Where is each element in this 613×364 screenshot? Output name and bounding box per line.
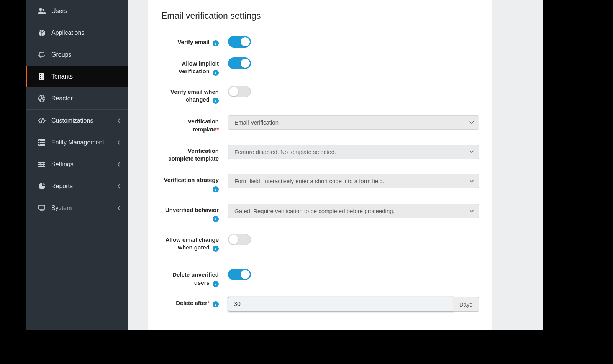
- select-verification-strategy[interactable]: Form field. Interactively enter a short …: [228, 174, 479, 188]
- cube-icon: [38, 30, 46, 36]
- building-icon: [38, 73, 46, 80]
- svg-point-0: [39, 8, 42, 11]
- svg-rect-9: [43, 78, 43, 79]
- info-icon[interactable]: i: [213, 246, 219, 252]
- sidebar-item-system[interactable]: System: [26, 197, 128, 219]
- users-icon: [38, 8, 46, 14]
- sidebar-item-label: Users: [51, 8, 67, 15]
- server-icon: [38, 139, 46, 146]
- svg-point-20: [40, 166, 42, 167]
- info-icon[interactable]: i: [213, 301, 219, 307]
- label-delete-after: Delete after* i: [161, 297, 219, 307]
- chevron-left-icon: [117, 162, 120, 167]
- svg-rect-3: [39, 73, 44, 80]
- sidebar-item-customizations[interactable]: Customizations: [26, 110, 128, 131]
- label-verification-template: Verification template*: [161, 115, 219, 133]
- label-allow-email-change-gated: Allow email change when gated i: [161, 234, 219, 252]
- svg-rect-7: [43, 76, 43, 77]
- app-frame: Users Applications Groups Tenants Reacto…: [26, 0, 543, 330]
- svg-rect-8: [40, 78, 41, 79]
- toggle-allow-email-change-gated[interactable]: [228, 234, 251, 245]
- select-verification-complete-template[interactable]: Feature disabled. No template selected.: [228, 145, 479, 159]
- row-verification-template: Verification template* Email Verificatio…: [161, 115, 479, 133]
- info-icon[interactable]: i: [213, 281, 219, 287]
- code-icon: [38, 118, 46, 123]
- label-verify-when-changed: Verify email when changed i: [161, 86, 219, 104]
- toggle-delete-unverified-users[interactable]: [228, 269, 251, 280]
- svg-rect-2: [39, 53, 44, 57]
- sidebar-item-label: System: [51, 205, 72, 212]
- info-icon[interactable]: i: [213, 70, 219, 76]
- pie-chart-icon: [38, 183, 46, 189]
- group-icon: [38, 52, 46, 58]
- select-value: Gated. Require verification to be comple…: [234, 208, 395, 214]
- chevron-down-icon: [469, 180, 474, 183]
- sidebar-item-label: Tenants: [51, 73, 73, 80]
- row-allow-implicit: Allow implicit verification i: [161, 57, 479, 76]
- info-icon[interactable]: i: [213, 216, 219, 222]
- section-title: Email verification settings: [161, 11, 479, 25]
- label-delete-unverified-users: Delete unverified users i: [161, 269, 219, 287]
- chevron-down-icon: [469, 121, 474, 124]
- toggle-verify-when-changed[interactable]: [228, 86, 251, 97]
- svg-point-18: [39, 162, 41, 163]
- info-icon[interactable]: i: [213, 98, 219, 104]
- svg-point-19: [43, 164, 44, 165]
- sidebar-item-label: Entity Management: [51, 139, 104, 146]
- chevron-down-icon: [469, 150, 474, 153]
- svg-point-16: [39, 142, 40, 143]
- input-delete-after: Days: [228, 297, 479, 312]
- label-allow-implicit: Allow implicit verification i: [161, 57, 219, 76]
- select-verification-template[interactable]: Email Verification: [228, 115, 479, 130]
- row-delete-unverified-users: Delete unverified users i: [161, 269, 479, 287]
- row-delete-after: Delete after* i Days: [161, 297, 479, 312]
- row-verify-when-changed: Verify email when changed i: [161, 86, 479, 104]
- select-value: Feature disabled. No template selected.: [234, 149, 336, 155]
- toggle-allow-implicit[interactable]: [228, 57, 251, 69]
- sidebar: Users Applications Groups Tenants Reacto…: [26, 0, 128, 330]
- label-unverified-behavior: Unverified behavior i: [161, 204, 219, 222]
- chevron-left-icon: [117, 206, 120, 210]
- radioactive-icon: [38, 95, 46, 102]
- row-verification-strategy: Verification strategy i Form field. Inte…: [161, 174, 479, 192]
- label-verification-strategy: Verification strategy i: [161, 174, 219, 192]
- chevron-left-icon: [117, 118, 120, 123]
- label-verify-email: Verify email i: [161, 36, 219, 46]
- sidebar-item-label: Settings: [51, 161, 74, 168]
- sidebar-item-groups[interactable]: Groups: [26, 44, 128, 66]
- sidebar-item-settings[interactable]: Settings: [26, 153, 128, 175]
- chevron-left-icon: [117, 184, 120, 189]
- info-icon[interactable]: i: [213, 186, 219, 192]
- chevron-down-icon: [469, 210, 474, 213]
- sidebar-item-label: Reports: [51, 183, 73, 190]
- svg-rect-5: [43, 74, 43, 75]
- svg-point-1: [42, 9, 44, 11]
- sidebar-item-reports[interactable]: Reports: [26, 175, 128, 197]
- label-verification-complete-template: Verification complete template: [161, 145, 219, 163]
- sidebar-item-label: Reactor: [51, 95, 73, 102]
- row-verify-email: Verify email i: [161, 36, 479, 48]
- sidebar-item-tenants[interactable]: Tenants: [26, 66, 128, 87]
- sidebar-item-label: Groups: [51, 51, 71, 58]
- sidebar-item-reactor[interactable]: Reactor: [26, 87, 128, 109]
- svg-rect-6: [40, 76, 41, 77]
- delete-after-field[interactable]: [228, 297, 453, 312]
- svg-rect-4: [40, 74, 41, 75]
- select-unverified-behavior[interactable]: Gated. Require verification to be comple…: [228, 204, 479, 218]
- svg-rect-21: [39, 205, 45, 209]
- chevron-left-icon: [117, 140, 120, 145]
- row-allow-email-change-gated: Allow email change when gated i: [161, 234, 479, 252]
- delete-after-unit: Days: [453, 297, 479, 312]
- sidebar-item-applications[interactable]: Applications: [26, 22, 128, 44]
- select-value: Email Verification: [234, 119, 279, 126]
- sidebar-item-entity-management[interactable]: Entity Management: [26, 131, 128, 153]
- sidebar-item-users[interactable]: Users: [26, 0, 128, 22]
- sidebar-item-label: Customizations: [51, 117, 93, 124]
- info-icon[interactable]: i: [213, 40, 219, 46]
- row-unverified-behavior: Unverified behavior i Gated. Require ver…: [161, 204, 479, 222]
- sidebar-item-label: Applications: [51, 30, 84, 36]
- svg-point-17: [39, 144, 40, 145]
- svg-point-15: [39, 140, 40, 141]
- toggle-verify-email[interactable]: [228, 36, 251, 48]
- monitor-icon: [38, 205, 46, 211]
